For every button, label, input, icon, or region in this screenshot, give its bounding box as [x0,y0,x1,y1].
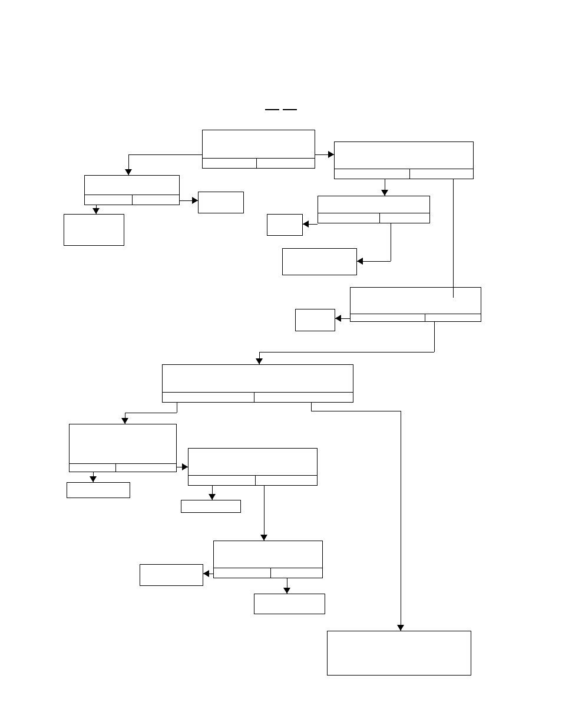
arrow [260,535,267,541]
node-mid_left-hsplit [69,463,177,464]
node-sub1_right_big-vsplit [409,169,410,179]
node-mid_left-vsplit [115,463,116,472]
node-small_right_of_sub1left [198,192,244,213]
arrow [203,570,209,577]
node-small_mid_left_child [67,482,130,498]
arrow [125,169,132,175]
node-lower_mid [213,541,323,578]
arrow [209,494,216,500]
node-mid_right-hsplit [188,475,318,476]
node-mid_left [69,424,177,472]
flowchart-canvas [0,0,562,728]
node-root [202,130,315,169]
arrow [121,418,128,424]
node-lower_mid-hsplit [213,568,323,568]
arrow [92,208,100,214]
node-small_lower_left [295,309,335,331]
node-big_mid-hsplit [162,392,353,393]
node-root-vsplit [256,158,257,169]
node-small_mid_right_child [181,500,241,513]
node-big_mid [162,364,353,403]
node-sub2_right-hsplit [318,213,430,213]
node-lower_mid-vsplit [270,568,271,578]
arrow [381,190,388,196]
node-mid_right-vsplit [255,475,256,486]
arrow [303,220,309,228]
node-lower_right-vsplit [425,314,425,322]
node-sub1_left-vsplit [132,195,133,205]
node-small_right_child [282,248,357,275]
node-sub2_right [318,196,430,223]
arrow [357,258,363,265]
arrow [90,476,97,482]
node-lower_right [350,287,481,322]
node-small_left_of_sub2 [267,214,303,236]
arrow [256,358,263,364]
node-small_lower_mid_bottom [254,594,325,614]
arrow [335,315,341,322]
node-mid_right [188,448,318,486]
arrow [397,625,404,631]
arrow [283,588,290,594]
arrow [182,463,188,470]
node-sub1_right_big-hsplit [334,169,474,169]
node-root-hsplit [202,158,315,159]
node-small_left_child [64,214,124,246]
node-sub1_right_big [334,141,474,179]
title-dashes [0,104,562,114]
node-bottom_big [327,631,471,676]
arrow [192,197,198,204]
arrow [328,151,334,158]
node-lower_right-hsplit [350,314,481,314]
node-small_lower_mid_left [140,564,203,586]
node-big_mid-vsplit [254,392,254,403]
node-sub2_right-vsplit [379,213,380,223]
